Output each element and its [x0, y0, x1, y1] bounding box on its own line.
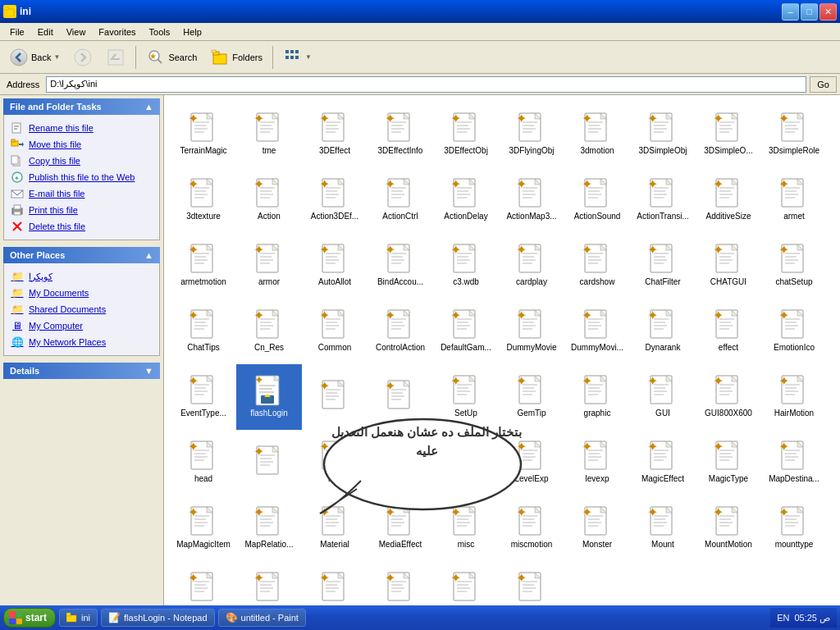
file-item[interactable]: ✦ ActionSound — [564, 167, 630, 233]
views-dropdown-icon[interactable]: ▼ — [305, 53, 312, 61]
file-item[interactable]: ✦ — [302, 364, 368, 430]
file-item[interactable]: ✦ effect — [696, 299, 761, 364]
file-item[interactable]: ✦ armet — [761, 167, 827, 233]
file-item[interactable]: ✦ itemtype — [433, 430, 499, 495]
kopkra-link[interactable]: 📁 کوپکرا — [7, 268, 156, 285]
file-item[interactable]: ✦ armor — [236, 233, 302, 299]
task-ini[interactable]: ini — [59, 609, 98, 627]
file-item[interactable]: ✦ ActionCtrl — [368, 167, 433, 233]
views-button[interactable]: ▼ — [277, 44, 317, 71]
file-item[interactable]: ✦ Monster — [564, 495, 630, 561]
file-item[interactable]: ✦ MusicRegion — [171, 561, 236, 605]
file-item[interactable]: ✦ ActionTransi... — [630, 167, 696, 233]
shared-documents-link[interactable]: 📁 Shared Documents — [7, 301, 156, 317]
file-item[interactable]: ✦ misc — [433, 495, 499, 561]
start-button[interactable]: start — [3, 608, 56, 628]
file-item[interactable]: ✦ 3DEffectInfo — [368, 102, 433, 167]
email-file-link[interactable]: E-mail this file — [7, 185, 156, 202]
file-item[interactable]: ✦ flashLogin — [236, 364, 302, 430]
file-area[interactable]: ✦ TerrainMagic ✦ tme — [164, 95, 840, 605]
file-item[interactable]: ✦ 3dmotion — [564, 102, 630, 167]
file-item[interactable]: ✦ DummyMovie — [499, 299, 564, 364]
file-item[interactable]: ✦ ControlAction — [368, 299, 433, 364]
file-tasks-header[interactable]: File and Folder Tasks ▲ — [3, 98, 160, 115]
copy-file-link[interactable]: Copy this file — [7, 153, 156, 169]
file-item[interactable]: ✦ MapDestina... — [761, 430, 827, 495]
file-item[interactable]: ✦ Dynarank — [630, 299, 696, 364]
file-item[interactable]: ✦ tme — [236, 102, 302, 167]
other-places-header[interactable]: Other Places ▲ — [3, 247, 160, 263]
task-paint[interactable]: 🎨 untitled - Paint — [218, 609, 306, 627]
up-button[interactable] — [100, 44, 131, 71]
file-item[interactable]: ✦ MountMotion — [696, 495, 761, 561]
file-item[interactable]: ✦ head — [171, 430, 236, 495]
my-computer-link[interactable]: 🖥 My Computer — [7, 317, 156, 334]
file-item[interactable]: ✦ AutoAllot — [302, 233, 368, 299]
forward-button[interactable] — [67, 44, 98, 71]
file-item[interactable]: ✦ ItemTexture — [368, 430, 433, 495]
file-item[interactable]: ✦ BindAccou... — [368, 233, 433, 299]
menu-file[interactable]: File — [3, 25, 31, 39]
file-item[interactable]: ✦ MapMagicItem — [171, 495, 236, 561]
go-button[interactable]: Go — [810, 76, 837, 93]
file-item[interactable]: ✦ cardplay — [499, 233, 564, 299]
file-item[interactable]: ✦ 3DFlyingObj — [499, 102, 564, 167]
minimize-button[interactable]: – — [782, 3, 799, 21]
file-item[interactable]: ✦ MagicType — [696, 430, 761, 495]
file-item[interactable]: ✦ 3dtexture — [171, 167, 236, 233]
file-item[interactable]: ✦ — [368, 364, 433, 430]
menu-tools[interactable]: Tools — [143, 25, 177, 39]
task-notepad[interactable]: 📝 flashLogin - Notepad — [101, 609, 215, 627]
my-documents-link[interactable]: 📁 My Documents — [7, 285, 156, 301]
file-item[interactable]: ✦ nameRes — [236, 561, 302, 605]
file-item[interactable]: ✦ Mount — [630, 495, 696, 561]
file-item[interactable]: ✦ LevelExp — [499, 430, 564, 495]
file-item[interactable]: ✦ GUI — [630, 364, 696, 430]
menu-help[interactable]: Help — [176, 25, 208, 39]
file-item[interactable]: ✦ 3DEffectObj — [433, 102, 499, 167]
file-item[interactable]: ✦ EventType... — [171, 364, 236, 430]
file-item[interactable]: ✦ ChatFilter — [630, 233, 696, 299]
maximize-button[interactable]: □ — [801, 3, 818, 21]
publish-file-link[interactable]: ✦ Publish this file to the Web — [7, 169, 156, 185]
back-button[interactable]: Back ▼ — [3, 44, 66, 71]
file-item[interactable]: ✦ DefaultGam... — [433, 299, 499, 364]
file-item[interactable]: ✦ AdditiveSize — [696, 167, 761, 233]
file-item[interactable]: ✦ MagicEffect — [630, 430, 696, 495]
file-item[interactable]: ✦ NpcX — [433, 561, 499, 605]
file-item[interactable]: ✦ MapRelatio... — [236, 495, 302, 561]
menu-favorites[interactable]: Favorites — [92, 25, 142, 39]
file-item[interactable]: ✦ DummyMovi... — [564, 299, 630, 364]
back-dropdown-icon[interactable]: ▼ — [53, 53, 60, 61]
file-item[interactable]: ✦ Common — [302, 299, 368, 364]
close-button[interactable]: ✕ — [819, 3, 837, 21]
file-item[interactable]: ✦ Action — [236, 167, 302, 233]
delete-file-link[interactable]: Delete this file — [7, 218, 156, 235]
file-item[interactable]: ✦ Action3DEf... — [302, 167, 368, 233]
file-item[interactable]: ✦ 3DsimpleRole — [761, 102, 827, 167]
file-item[interactable]: ✦ HairMotion — [761, 364, 827, 430]
file-item[interactable]: ✦ levexp — [564, 430, 630, 495]
move-file-link[interactable]: Move this file — [7, 136, 156, 153]
network-places-link[interactable]: 🌐 My Network Places — [7, 334, 156, 350]
file-item[interactable]: ✦ 3DEffect — [302, 102, 368, 167]
file-item[interactable]: ✦ mounttype — [761, 495, 827, 561]
file-item[interactable]: ✦ EmotionIco — [761, 299, 827, 364]
menu-edit[interactable]: Edit — [31, 25, 60, 39]
file-item[interactable]: ✦ Cn_Res — [236, 299, 302, 364]
file-item[interactable]: ✦ — [236, 430, 302, 495]
folders-button[interactable]: Folders — [204, 44, 268, 71]
search-button[interactable]: ★ Search — [140, 44, 203, 71]
address-input[interactable] — [46, 76, 806, 93]
rename-file-link[interactable]: Rename this file — [7, 120, 156, 136]
file-item[interactable]: ✦ SetUp — [433, 364, 499, 430]
print-file-link[interactable]: Print this file — [7, 202, 156, 218]
file-item[interactable]: ✦ CHATGUI — [696, 233, 761, 299]
file-item[interactable]: ✦ MediaEffect — [368, 495, 433, 561]
file-item[interactable]: ✦ miscmotion — [499, 495, 564, 561]
file-item[interactable]: ✦ npcex — [368, 561, 433, 605]
file-item[interactable]: ✦ cardshow — [564, 233, 630, 299]
menu-view[interactable]: View — [60, 25, 93, 39]
file-item[interactable]: ✦ ChatTips — [171, 299, 236, 364]
file-item[interactable]: ✦ 3DSimpleO... — [696, 102, 761, 167]
